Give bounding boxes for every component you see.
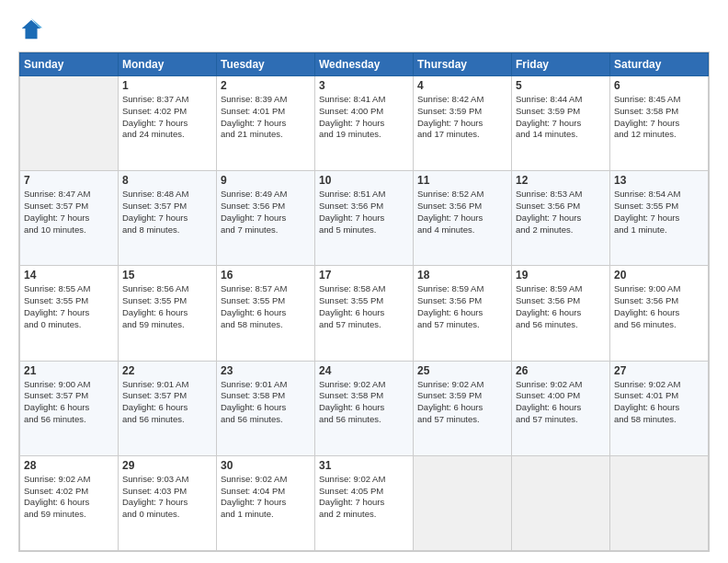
calendar-cell: 16Sunrise: 8:57 AM Sunset: 3:55 PM Dayli…: [217, 266, 315, 361]
calendar-cell: 12Sunrise: 8:53 AM Sunset: 3:56 PM Dayli…: [512, 171, 610, 266]
day-info: Sunrise: 8:41 AM Sunset: 4:00 PM Dayligh…: [319, 94, 409, 141]
calendar-cell: 18Sunrise: 8:59 AM Sunset: 3:56 PM Dayli…: [414, 266, 512, 361]
day-number: 14: [24, 269, 114, 282]
day-info: Sunrise: 8:39 AM Sunset: 4:01 PM Dayligh…: [221, 94, 311, 141]
calendar-header: SundayMondayTuesdayWednesdayThursdayFrid…: [20, 53, 709, 76]
day-number: 3: [319, 79, 409, 92]
weekday-row: SundayMondayTuesdayWednesdayThursdayFrid…: [20, 53, 709, 76]
day-info: Sunrise: 9:01 AM Sunset: 3:57 PM Dayligh…: [122, 379, 212, 426]
day-number: 27: [614, 364, 704, 377]
calendar-cell: [512, 455, 610, 550]
day-info: Sunrise: 9:02 AM Sunset: 4:05 PM Dayligh…: [319, 474, 409, 521]
day-number: 31: [319, 459, 409, 472]
day-info: Sunrise: 8:47 AM Sunset: 3:57 PM Dayligh…: [24, 189, 114, 236]
day-info: Sunrise: 8:49 AM Sunset: 3:56 PM Dayligh…: [221, 189, 311, 236]
calendar-cell: 29Sunrise: 9:03 AM Sunset: 4:03 PM Dayli…: [119, 455, 217, 550]
week-row-1: 1Sunrise: 8:37 AM Sunset: 4:02 PM Daylig…: [20, 76, 709, 171]
calendar-cell: 15Sunrise: 8:56 AM Sunset: 3:55 PM Dayli…: [119, 266, 217, 361]
day-number: 29: [122, 459, 212, 472]
day-info: Sunrise: 8:59 AM Sunset: 3:56 PM Dayligh…: [417, 283, 507, 330]
day-info: Sunrise: 9:01 AM Sunset: 3:58 PM Dayligh…: [221, 379, 311, 426]
day-info: Sunrise: 9:02 AM Sunset: 3:59 PM Dayligh…: [417, 379, 507, 426]
calendar-cell: 10Sunrise: 8:51 AM Sunset: 3:56 PM Dayli…: [315, 171, 414, 266]
weekday-wednesday: Wednesday: [315, 53, 414, 76]
day-info: Sunrise: 8:37 AM Sunset: 4:02 PM Dayligh…: [122, 94, 212, 141]
day-info: Sunrise: 9:02 AM Sunset: 4:00 PM Dayligh…: [516, 379, 606, 426]
weekday-saturday: Saturday: [610, 53, 709, 76]
calendar-cell: 7Sunrise: 8:47 AM Sunset: 3:57 PM Daylig…: [20, 171, 119, 266]
calendar-cell: 31Sunrise: 9:02 AM Sunset: 4:05 PM Dayli…: [315, 455, 414, 550]
calendar-cell: [610, 455, 709, 550]
calendar-cell: 26Sunrise: 9:02 AM Sunset: 4:00 PM Dayli…: [512, 361, 610, 455]
day-info: Sunrise: 8:54 AM Sunset: 3:55 PM Dayligh…: [614, 189, 704, 236]
day-number: 26: [516, 364, 606, 377]
calendar: SundayMondayTuesdayWednesdayThursdayFrid…: [18, 52, 710, 552]
day-number: 6: [614, 79, 704, 92]
day-info: Sunrise: 9:00 AM Sunset: 3:57 PM Dayligh…: [24, 379, 114, 426]
day-number: 21: [24, 364, 114, 377]
day-number: 18: [417, 269, 507, 282]
day-number: 10: [319, 174, 409, 187]
day-info: Sunrise: 9:02 AM Sunset: 4:04 PM Dayligh…: [221, 474, 311, 521]
weekday-thursday: Thursday: [414, 53, 512, 76]
calendar-cell: 13Sunrise: 8:54 AM Sunset: 3:55 PM Dayli…: [610, 171, 709, 266]
day-number: 13: [614, 174, 704, 187]
calendar-cell: 24Sunrise: 9:02 AM Sunset: 3:58 PM Dayli…: [315, 361, 414, 455]
calendar-cell: 9Sunrise: 8:49 AM Sunset: 3:56 PM Daylig…: [217, 171, 315, 266]
day-number: 11: [417, 174, 507, 187]
calendar-cell: 1Sunrise: 8:37 AM Sunset: 4:02 PM Daylig…: [119, 76, 217, 171]
day-number: 15: [122, 269, 212, 282]
calendar-table: SundayMondayTuesdayWednesdayThursdayFrid…: [19, 52, 709, 551]
day-number: 5: [516, 79, 606, 92]
calendar-cell: [414, 455, 512, 550]
weekday-sunday: Sunday: [20, 53, 119, 76]
day-info: Sunrise: 8:42 AM Sunset: 3:59 PM Dayligh…: [417, 94, 507, 141]
calendar-cell: 28Sunrise: 9:02 AM Sunset: 4:02 PM Dayli…: [20, 455, 119, 550]
day-info: Sunrise: 8:52 AM Sunset: 3:56 PM Dayligh…: [417, 189, 507, 236]
calendar-cell: 8Sunrise: 8:48 AM Sunset: 3:57 PM Daylig…: [119, 171, 217, 266]
day-number: 23: [221, 364, 311, 377]
day-number: 25: [417, 364, 507, 377]
page: SundayMondayTuesdayWednesdayThursdayFrid…: [0, 0, 728, 563]
day-number: 4: [417, 79, 507, 92]
calendar-cell: 19Sunrise: 8:59 AM Sunset: 3:56 PM Dayli…: [512, 266, 610, 361]
calendar-cell: 2Sunrise: 8:39 AM Sunset: 4:01 PM Daylig…: [217, 76, 315, 171]
day-number: 30: [221, 459, 311, 472]
day-info: Sunrise: 8:48 AM Sunset: 3:57 PM Dayligh…: [122, 189, 212, 236]
calendar-body: 1Sunrise: 8:37 AM Sunset: 4:02 PM Daylig…: [20, 76, 709, 551]
day-info: Sunrise: 8:55 AM Sunset: 3:55 PM Dayligh…: [24, 283, 114, 330]
calendar-cell: 21Sunrise: 9:00 AM Sunset: 3:57 PM Dayli…: [20, 361, 119, 455]
calendar-cell: 30Sunrise: 9:02 AM Sunset: 4:04 PM Dayli…: [217, 455, 315, 550]
day-info: Sunrise: 8:57 AM Sunset: 3:55 PM Dayligh…: [221, 283, 311, 330]
day-number: 20: [614, 269, 704, 282]
day-number: 1: [122, 79, 212, 92]
day-number: 24: [319, 364, 409, 377]
logo-icon: [18, 17, 44, 42]
day-number: 7: [24, 174, 114, 187]
calendar-cell: 6Sunrise: 8:45 AM Sunset: 3:58 PM Daylig…: [610, 76, 709, 171]
day-info: Sunrise: 9:03 AM Sunset: 4:03 PM Dayligh…: [122, 474, 212, 521]
day-info: Sunrise: 9:02 AM Sunset: 4:01 PM Dayligh…: [614, 379, 704, 426]
calendar-cell: 11Sunrise: 8:52 AM Sunset: 3:56 PM Dayli…: [414, 171, 512, 266]
day-number: 22: [122, 364, 212, 377]
calendar-cell: 23Sunrise: 9:01 AM Sunset: 3:58 PM Dayli…: [217, 361, 315, 455]
day-info: Sunrise: 9:00 AM Sunset: 3:56 PM Dayligh…: [614, 283, 704, 330]
day-number: 28: [24, 459, 114, 472]
day-info: Sunrise: 8:58 AM Sunset: 3:55 PM Dayligh…: [319, 283, 409, 330]
week-row-4: 21Sunrise: 9:00 AM Sunset: 3:57 PM Dayli…: [20, 361, 709, 455]
day-number: 17: [319, 269, 409, 282]
day-number: 9: [221, 174, 311, 187]
calendar-cell: 27Sunrise: 9:02 AM Sunset: 4:01 PM Dayli…: [610, 361, 709, 455]
weekday-tuesday: Tuesday: [217, 53, 315, 76]
day-info: Sunrise: 8:51 AM Sunset: 3:56 PM Dayligh…: [319, 189, 409, 236]
day-number: 2: [221, 79, 311, 92]
day-info: Sunrise: 8:45 AM Sunset: 3:58 PM Dayligh…: [614, 94, 704, 141]
calendar-cell: 5Sunrise: 8:44 AM Sunset: 3:59 PM Daylig…: [512, 76, 610, 171]
calendar-cell: 20Sunrise: 9:00 AM Sunset: 3:56 PM Dayli…: [610, 266, 709, 361]
day-info: Sunrise: 8:44 AM Sunset: 3:59 PM Dayligh…: [516, 94, 606, 141]
calendar-cell: 25Sunrise: 9:02 AM Sunset: 3:59 PM Dayli…: [414, 361, 512, 455]
calendar-cell: [20, 76, 119, 171]
day-info: Sunrise: 8:56 AM Sunset: 3:55 PM Dayligh…: [122, 283, 212, 330]
calendar-cell: 4Sunrise: 8:42 AM Sunset: 3:59 PM Daylig…: [414, 76, 512, 171]
calendar-cell: 14Sunrise: 8:55 AM Sunset: 3:55 PM Dayli…: [20, 266, 119, 361]
